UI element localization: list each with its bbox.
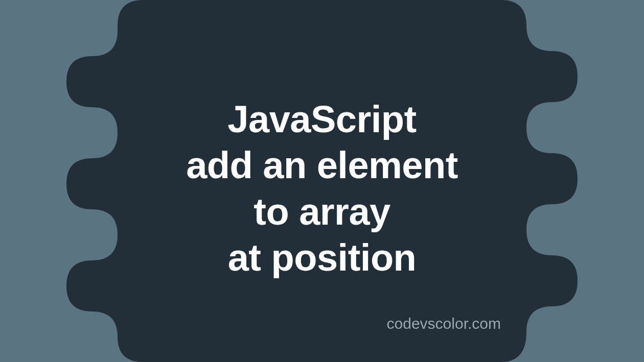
main-title: JavaScript add an element to array at po… xyxy=(186,96,458,281)
content-area: JavaScript add an element to array at po… xyxy=(0,0,644,362)
attribution-text: codevscolor.com xyxy=(387,315,501,332)
title-line-2: add an element xyxy=(186,142,458,188)
title-line-1: JavaScript xyxy=(186,96,458,142)
title-line-4: at position xyxy=(186,235,458,281)
title-line-3: to array xyxy=(186,189,458,235)
